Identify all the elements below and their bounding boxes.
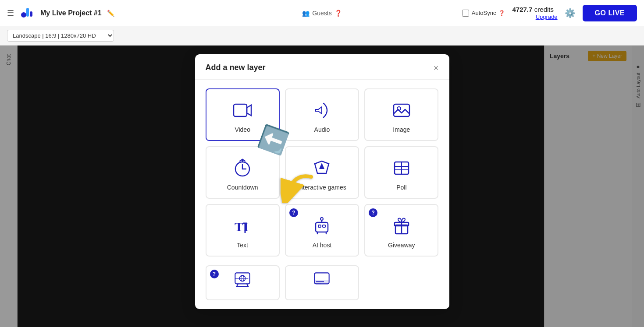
guests-label: Guests (312, 10, 331, 17)
landscape-select[interactable]: Landscape | 16:9 | 1280x720 HD (7, 30, 114, 42)
edit-icon[interactable]: ✏️ (107, 10, 114, 17)
layer-card-image[interactable]: Image (364, 88, 438, 141)
logo-icon (19, 5, 35, 21)
layer-card-virtual-background[interactable]: ? (206, 265, 280, 300)
guests-icon: 👥 (302, 10, 310, 17)
settings-icon[interactable]: ⚙️ (565, 8, 576, 18)
autosync-checkbox[interactable] (462, 10, 469, 17)
layer-card-giveaway[interactable]: ? Giveaway (364, 204, 438, 257)
countdown-label: Countdown (227, 184, 258, 191)
autosync-control: AutoSync ❓ (462, 10, 505, 17)
project-title: My Live Project #1 (40, 9, 102, 17)
virtual-background-icon (234, 271, 251, 287)
image-icon (391, 100, 412, 121)
poll-icon (391, 158, 412, 179)
video-icon (232, 100, 253, 121)
svg-point-0 (21, 12, 26, 18)
layer-grid: Video ➡️ Audio (195, 80, 449, 265)
svg-rect-18 (323, 225, 325, 227)
layer-card-lower-thirds[interactable] (285, 265, 359, 300)
layer-card-text[interactable]: TI Text (206, 204, 280, 257)
giveaway-label: Giveaway (388, 242, 415, 249)
layer-card-audio[interactable]: Audio (285, 88, 359, 141)
layer-card-interactive-games[interactable]: Interactive games (285, 146, 359, 199)
ai-host-label: AI host (313, 242, 332, 249)
video-label: Video (235, 126, 250, 133)
audio-icon (311, 100, 332, 121)
audio-label: Audio (314, 126, 330, 133)
ai-host-badge: ? (289, 208, 298, 217)
text-label: Text (237, 242, 248, 249)
text-icon: TI (232, 215, 253, 236)
countdown-icon (232, 158, 253, 179)
autosync-help-icon: ❓ (498, 10, 505, 16)
upgrade-link[interactable]: Upgrade (512, 14, 557, 20)
credits-amount: 4727.7 (512, 6, 532, 13)
svg-rect-16 (316, 222, 328, 232)
modal-close-button[interactable]: × (434, 63, 439, 72)
giveaway-badge: ? (369, 208, 377, 217)
layer-card-ai-host[interactable]: ? AI host (285, 204, 359, 257)
modal-overlay: Add a new layer × Video ➡️ (0, 46, 644, 327)
credits-block: 4727.7 credits Upgrade (512, 6, 557, 20)
credits-label: credits (534, 6, 554, 13)
modal-title: Add a new layer (206, 63, 266, 72)
modal-dialog: Add a new layer × Video ➡️ (195, 54, 449, 309)
lower-thirds-icon (313, 271, 331, 287)
svg-marker-8 (319, 163, 324, 169)
credits-label-text (555, 6, 557, 13)
interactive-games-icon (311, 158, 332, 179)
layer-card-video[interactable]: Video ➡️ (206, 88, 280, 141)
svg-rect-5 (394, 104, 409, 116)
hamburger-icon[interactable]: ☰ (7, 8, 14, 18)
svg-marker-4 (247, 105, 251, 116)
image-label: Image (393, 126, 410, 133)
svg-text:TI: TI (235, 219, 249, 234)
svg-rect-3 (234, 104, 247, 116)
svg-rect-2 (30, 11, 32, 17)
virtual-background-badge: ? (210, 270, 219, 278)
poll-label: Poll (396, 184, 406, 191)
svg-rect-1 (26, 8, 29, 17)
svg-rect-17 (318, 225, 321, 227)
guests-button[interactable]: 👥 Guests ❓ (302, 10, 342, 17)
autosync-label: AutoSync (472, 10, 496, 16)
ai-host-icon (311, 215, 332, 236)
layer-card-countdown[interactable]: Countdown (206, 146, 280, 199)
layer-card-poll[interactable]: Poll (364, 146, 438, 199)
interactive-games-label: Interactive games (298, 184, 346, 191)
guests-help-icon: ❓ (334, 10, 342, 17)
svg-point-20 (320, 218, 323, 220)
giveaway-icon (391, 215, 412, 236)
golive-button[interactable]: GO LIVE (583, 5, 637, 21)
